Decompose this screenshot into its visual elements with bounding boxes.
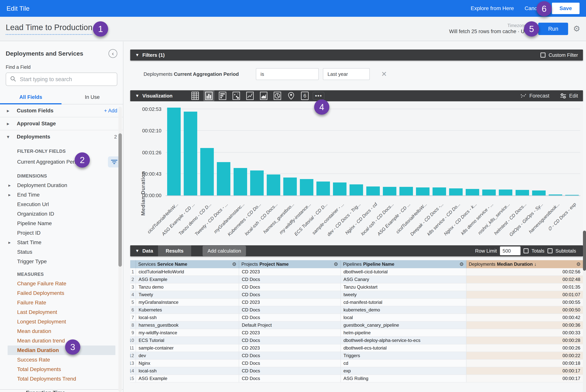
column-gear-icon[interactable]: ⚙ — [459, 261, 464, 267]
chart-bar[interactable] — [234, 168, 247, 196]
table-row[interactable]: 14local-sshCD Docsexp00:00:17 — [130, 367, 583, 375]
chart-bar[interactable] — [549, 194, 562, 196]
results-tab[interactable]: Results — [158, 245, 191, 256]
custom-filter-checkbox[interactable] — [541, 52, 546, 58]
sidebar-field-trigger-type[interactable]: Trigger Type — [0, 257, 123, 266]
sidebar-measure-mean-duration[interactable]: Mean duration — [0, 326, 123, 336]
caret-right-icon[interactable]: ▸ — [8, 183, 11, 188]
sidebar-measure-median-duration[interactable]: Median Duration — [7, 346, 115, 355]
field-search[interactable] — [6, 72, 117, 86]
caret-right-icon[interactable]: ▸ — [8, 192, 11, 198]
chart-bar[interactable] — [499, 190, 512, 196]
sidebar-measure-mean-duration-trend[interactable]: Mean duration trend — [0, 336, 123, 346]
filter-value-select[interactable]: Last year — [323, 68, 370, 80]
forecast-button[interactable]: Forecast — [520, 93, 549, 99]
chart-bar[interactable] — [366, 186, 380, 196]
explore-from-here-link[interactable]: Explore from Here — [471, 5, 514, 12]
table-row[interactable]: 13NginxCD Docscd00:00:18 — [130, 360, 583, 367]
caret-down-icon[interactable]: ▾ — [7, 134, 17, 140]
chart-bar[interactable] — [217, 162, 230, 196]
sidebar-field-start-time[interactable]: ▸Start Time — [0, 238, 123, 247]
tile-title-input[interactable]: Lead Time to Production — [6, 23, 92, 35]
sidebar-measure-last-deployment[interactable]: Last Deployment — [0, 308, 123, 317]
chart-bar[interactable] — [399, 187, 413, 196]
sidebar-measure-success-rate[interactable]: Success Rate — [0, 355, 123, 364]
chart-bar[interactable] — [184, 112, 197, 196]
collapse-sidebar-icon[interactable]: ‹ — [108, 49, 117, 58]
timezone-dropdown[interactable]: Timezone ⌄ — [449, 23, 531, 28]
table-row[interactable]: 9my-wildfly-instanceCD 2023helm-pipeline… — [130, 329, 583, 337]
sidebar-measure-failure-rate[interactable]: Failure Rate — [0, 298, 123, 308]
add-custom-field-button[interactable]: + Add — [104, 108, 117, 114]
sidebar-measure-total-deployments[interactable]: Total Deployments — [0, 364, 123, 374]
table-row[interactable]: 6KubernetesCD Docskubernetes_demo00:00:5… — [130, 306, 583, 314]
sidebar-scrollbar-thumb[interactable] — [118, 133, 122, 267]
collapse-visualization-icon[interactable]: ▼ — [135, 93, 139, 98]
sidebar-field-execution-url[interactable]: Execution Url — [0, 200, 123, 209]
sidebar-field-organization-id[interactable]: Organization ID — [0, 209, 123, 219]
group-deployments[interactable]: ▾ Deployments 2 — [0, 130, 123, 143]
caret-right-icon[interactable]: ▸ — [7, 108, 17, 114]
run-button[interactable]: Run — [538, 23, 568, 35]
column-gear-icon[interactable]: ⚙ — [576, 261, 581, 267]
table-row[interactable]: 10ECS TutorialCD Docsdbothwell-deploy-al… — [130, 337, 583, 344]
column-gear-icon[interactable]: ⚙ — [334, 261, 338, 267]
scatter-plot-viz-icon[interactable] — [231, 90, 242, 101]
filter-operator-select[interactable]: is — [256, 68, 319, 80]
sidebar-field-end-time[interactable]: ▸End Time — [0, 190, 123, 200]
chart-bar[interactable] — [383, 187, 396, 196]
table-row[interactable]: 15ASG ExampleCD DocsASG Rolling00:00:17 — [130, 375, 583, 382]
table-viz-icon[interactable] — [190, 90, 201, 101]
chart-bar[interactable] — [250, 170, 264, 196]
map-viz-icon[interactable] — [286, 90, 297, 101]
chart-bar[interactable] — [350, 184, 363, 196]
column-header-median-duration[interactable]: DeploymentsMedian Duration ↓ ⚙ — [467, 260, 583, 268]
single-value-viz-icon[interactable]: 6 — [299, 90, 310, 101]
totals-checkbox[interactable] — [524, 248, 529, 253]
column-chart-viz-icon[interactable] — [203, 90, 214, 101]
sidebar-field-deployment-duration[interactable]: ▸Deployment Duration — [0, 180, 123, 190]
line-chart-viz-icon[interactable] — [244, 90, 255, 101]
chart-bar[interactable] — [200, 148, 214, 196]
table-row[interactable]: 1cicdTutorialHelloWorldCD 2023dbothwell-… — [130, 268, 583, 276]
tab-in-use[interactable]: In Use — [61, 94, 123, 104]
add-calculation-button[interactable]: Add calculation — [203, 246, 246, 256]
sidebar-measure-total-deployments-trend[interactable]: Total Deployments Trend — [0, 374, 123, 384]
sidebar-scrollbar[interactable] — [118, 107, 122, 392]
chart-bar[interactable] — [416, 188, 430, 196]
group-approval-stage[interactable]: ▸ Approval Stage — [0, 117, 123, 130]
subtotals-checkbox[interactable] — [548, 248, 553, 253]
chart-bar[interactable] — [300, 179, 313, 196]
chart-bar[interactable] — [565, 195, 579, 196]
edit-visualization-button[interactable]: Edit — [560, 93, 578, 99]
table-row[interactable]: 7local-sshCD Docslocal00:00:42 — [130, 314, 583, 322]
table-row[interactable]: 12devCD DocsTriggers00:00:22 — [130, 352, 583, 360]
sidebar-measure-failed-deployments[interactable]: Failed Deployments — [0, 288, 123, 298]
chart-bar[interactable] — [433, 188, 446, 196]
collapse-data-icon[interactable]: ▼ — [135, 248, 139, 253]
chart-bar[interactable] — [283, 178, 297, 196]
sidebar-field-current-aggregation-period[interactable]: Current Aggregation Period — [0, 156, 123, 168]
table-row[interactable]: 11sample-containerCD 2023dbothwell-ecs-t… — [130, 344, 583, 352]
chart-bar[interactable] — [267, 174, 280, 196]
chart-bar[interactable] — [333, 182, 347, 196]
table-row[interactable]: 2ASG ExampleCD DocsASG Canary00:02:48 — [130, 276, 583, 284]
sort-desc-icon[interactable]: ↓ — [534, 262, 537, 267]
chart-bar[interactable] — [532, 190, 546, 196]
query-settings-gear-icon[interactable]: ⚙ — [573, 25, 580, 33]
collapse-filters-icon[interactable]: ▼ — [135, 52, 139, 58]
table-row[interactable]: 4TweetyCD Docstweety00:01:07 — [130, 291, 583, 299]
table-row[interactable]: 3Tanzu demoCD DocsTanzu Quickstart00:01:… — [130, 284, 583, 291]
table-row[interactable]: 8harness_guestbookDefault Projectguestbo… — [130, 322, 583, 329]
chart-bar[interactable] — [316, 182, 330, 196]
tab-all-fields[interactable]: All Fields — [0, 94, 61, 104]
remove-filter-icon[interactable]: ✕ — [381, 70, 387, 78]
chart-bar[interactable] — [466, 189, 479, 196]
table-row[interactable]: 5myGrafanaInstanceCD 2023cd-manifest-tut… — [130, 299, 583, 306]
sidebar-field-project-id[interactable]: Project ID — [0, 228, 123, 238]
chart-bar[interactable] — [167, 108, 181, 196]
table-scrollbar[interactable] — [583, 230, 586, 392]
row-limit-input[interactable] — [500, 246, 521, 255]
save-button[interactable]: Save — [552, 3, 580, 14]
pie-chart-viz-icon[interactable] — [272, 90, 283, 101]
